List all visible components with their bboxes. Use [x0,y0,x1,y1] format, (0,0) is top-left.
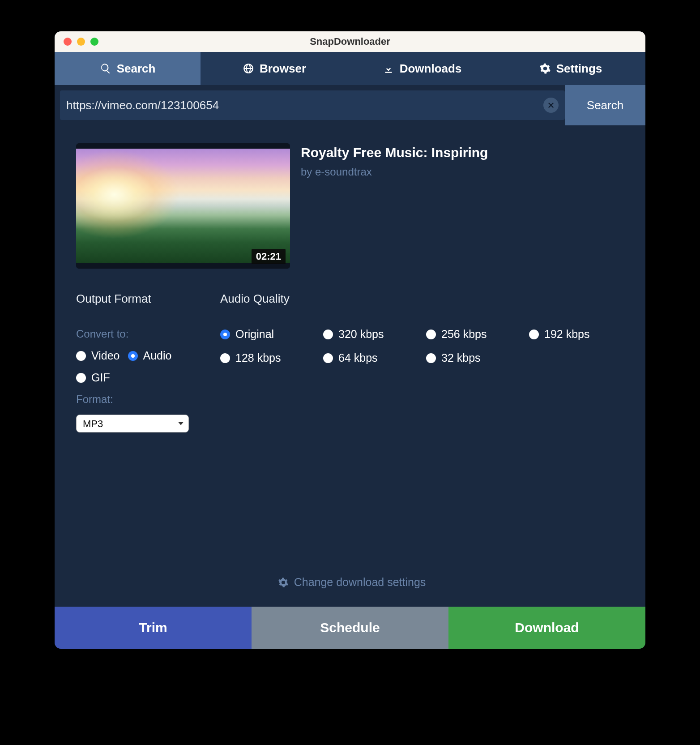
radio-icon [323,330,333,339]
tab-settings-label: Settings [556,62,602,76]
traffic-lights [55,38,98,46]
format-select[interactable]: MP3 [76,415,189,432]
radio-icon [220,353,230,363]
quality-option-label: 192 kbps [544,328,589,341]
search-icon [100,63,111,74]
options-row: Output Format Convert to: Video Audio [76,292,627,432]
content-area: 02:21 Royalty Free Music: Inspiring by e… [55,125,645,607]
quality-options-grid: Original 320 kbps 256 kbps 192 kbps [220,328,627,364]
trim-button-label: Trim [139,620,167,635]
quality-option-original[interactable]: Original [220,328,319,341]
globe-icon [243,63,254,74]
radio-icon [220,330,230,339]
audio-quality-section: Audio Quality Original 320 kbps 256 kbps [220,292,627,432]
video-thumbnail[interactable]: 02:21 [76,143,290,269]
radio-icon [426,330,436,339]
action-bar: Trim Schedule Download [55,607,645,649]
quality-option-label: 256 kbps [441,328,487,341]
video-meta: Royalty Free Music: Inspiring by e-sound… [301,143,488,269]
radio-icon [323,353,333,363]
tab-search-label: Search [117,62,156,76]
url-input[interactable] [66,98,543,112]
tab-settings[interactable]: Settings [496,52,645,85]
output-format-title: Output Format [76,292,204,315]
audio-quality-title: Audio Quality [220,292,627,315]
convert-to-label: Convert to: [76,328,204,340]
quality-option-192[interactable]: 192 kbps [529,328,627,341]
quality-option-label: 320 kbps [338,328,384,341]
tab-search[interactable]: Search [55,52,201,85]
format-label: Format: [76,393,204,406]
change-download-settings-link[interactable]: Change download settings [76,576,627,589]
search-bar-row: Search [55,85,645,125]
radio-icon [128,351,138,361]
convert-option-audio-label: Audio [143,349,172,362]
radio-icon [76,351,86,361]
video-title: Royalty Free Music: Inspiring [301,145,488,160]
titlebar: SnapDownloader [55,31,645,52]
schedule-button[interactable]: Schedule [252,607,448,649]
video-duration-badge: 02:21 [252,249,286,264]
schedule-button-label: Schedule [320,620,380,635]
url-input-wrap [60,90,565,120]
thumbnail-image [76,149,290,263]
quality-option-label: 64 kbps [338,351,378,364]
close-icon [547,101,555,109]
gear-icon [539,63,551,74]
convert-option-gif[interactable]: GIF [76,371,110,384]
convert-option-video[interactable]: Video [76,349,120,362]
radio-icon [76,373,86,383]
convert-options-row1: Video Audio [76,349,204,362]
tab-browser[interactable]: Browser [201,52,348,85]
download-button-label: Download [515,620,579,635]
format-select-wrap: MP3 [76,415,204,432]
tab-downloads-label: Downloads [400,62,462,76]
download-button[interactable]: Download [448,607,645,649]
window-title: SnapDownloader [55,36,645,47]
close-window-button[interactable] [64,38,72,46]
search-button-label: Search [587,98,623,112]
radio-icon [529,330,539,339]
quality-option-32[interactable]: 32 kbps [426,351,525,364]
radio-icon [426,353,436,363]
change-download-settings-label: Change download settings [294,576,426,589]
app-window: SnapDownloader Search Browser Downloads … [55,31,645,649]
quality-option-label: 128 kbps [235,351,281,364]
tab-browser-label: Browser [260,62,306,76]
convert-option-gif-label: GIF [91,371,110,384]
maximize-window-button[interactable] [90,38,98,46]
quality-option-256[interactable]: 256 kbps [426,328,525,341]
quality-option-64[interactable]: 64 kbps [323,351,422,364]
gear-icon [278,577,289,588]
search-button[interactable]: Search [565,85,645,125]
tab-downloads[interactable]: Downloads [348,52,496,85]
quality-option-label: Original [235,328,274,341]
convert-options-row2: GIF [76,371,204,384]
download-icon [383,63,394,74]
main-tabs: Search Browser Downloads Settings [55,52,645,85]
output-format-section: Output Format Convert to: Video Audio [76,292,204,432]
minimize-window-button[interactable] [77,38,85,46]
clear-url-button[interactable] [543,98,559,113]
quality-option-label: 32 kbps [441,351,481,364]
quality-option-320[interactable]: 320 kbps [323,328,422,341]
video-info-row: 02:21 Royalty Free Music: Inspiring by e… [76,143,627,269]
video-author: by e-soundtrax [301,166,488,178]
quality-option-128[interactable]: 128 kbps [220,351,319,364]
convert-option-video-label: Video [91,349,120,362]
trim-button[interactable]: Trim [55,607,252,649]
convert-option-audio[interactable]: Audio [128,349,172,362]
